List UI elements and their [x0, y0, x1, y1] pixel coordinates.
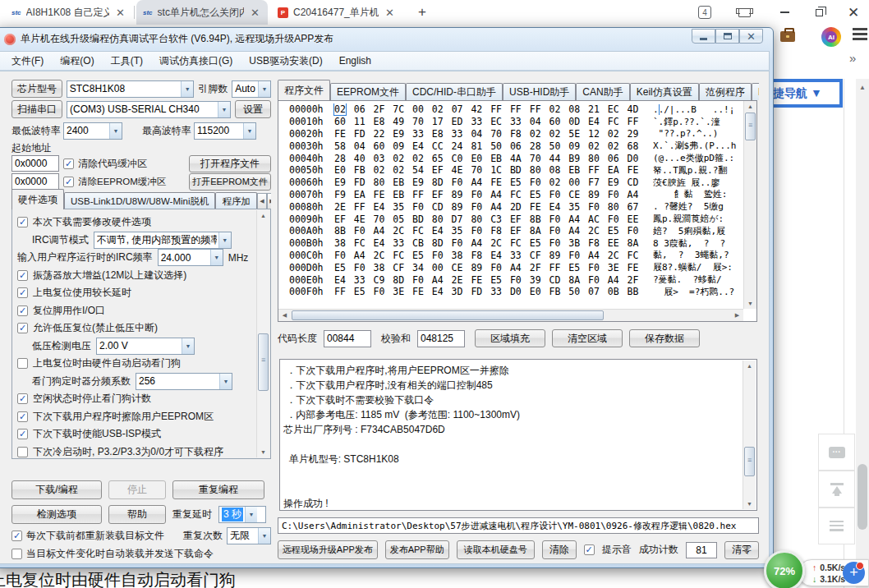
bookmarks-overflow-chevron[interactable]: » — [849, 51, 856, 65]
menu-item[interactable]: English — [331, 52, 379, 70]
hex-horizontal-scrollbar[interactable]: ◀ ▶ — [278, 309, 743, 321]
min-baud-dropdown[interactable]: 2400 ▼ — [63, 122, 122, 140]
dropdown[interactable]: 不调节, 使用内部预置的频率▼ — [94, 232, 232, 249]
menu-item[interactable]: 工具(T) — [103, 52, 151, 70]
close-tab-icon[interactable]: ✕ — [249, 7, 261, 19]
tab-right-4[interactable]: CAN助手 — [576, 83, 629, 100]
eeprom-start-address-input[interactable]: 0x0000 — [11, 173, 59, 190]
scroll-up-icon[interactable]: ▲ — [743, 363, 756, 369]
theme-shirt-icon[interactable] — [738, 8, 751, 17]
browser-minimize-button[interactable] — [769, 0, 800, 25]
close-tab-icon[interactable]: ✕ — [114, 7, 126, 19]
com-port-dropdown[interactable]: (COM3) USB-SERIAL CH340 ▼ — [67, 101, 231, 118]
dropdown[interactable]: 2.00 V▼ — [96, 338, 195, 355]
chip-type-button[interactable]: 芯片型号 — [11, 80, 62, 98]
checkbox[interactable]: ✓ — [17, 429, 28, 439]
memory-usage-ball[interactable]: 72% — [764, 550, 805, 588]
checkbox[interactable]: ✓ — [17, 217, 28, 227]
browser-tab-3[interactable]: P C20416477_单片机(MCU-MP ✕ — [271, 0, 402, 25]
tab-left-2[interactable]: 程序加 — [215, 192, 257, 209]
checkbox[interactable]: ✓ — [17, 411, 28, 422]
scroll-down-icon[interactable]: ▼ — [744, 301, 756, 306]
dropdown[interactable]: 256▼ — [136, 373, 232, 390]
tab-count-badge[interactable]: 4 — [698, 6, 711, 19]
clear-region-button[interactable]: 清空区域 — [552, 329, 623, 347]
reset-count-button[interactable]: 清零 — [724, 541, 759, 559]
repeat-count-dropdown[interactable]: 无限 ▼ — [227, 527, 271, 544]
remote-publish-button[interactable]: 远程现场升级APP发布 — [278, 540, 378, 559]
sound-checkbox[interactable]: ✓ — [584, 544, 595, 555]
new-tab-button[interactable]: + — [412, 2, 432, 22]
menu-item[interactable]: 编程(O) — [52, 52, 102, 70]
menu-hamburger-icon[interactable] — [853, 28, 867, 41]
clear-code-checkbox[interactable]: ✓ — [63, 158, 74, 169]
check-options-button[interactable]: 检测选项 — [11, 505, 102, 524]
tab-right-3[interactable]: USB-HID助手 — [503, 83, 576, 100]
app-help-button[interactable]: 发布APP帮助 — [385, 540, 449, 559]
checkbox[interactable]: ✓ — [17, 287, 28, 298]
fill-region-button[interactable]: 区域填充 — [475, 329, 545, 347]
save-data-button[interactable]: 保存数据 — [629, 329, 700, 347]
scrollbar-thumb[interactable] — [292, 310, 604, 320]
scroll-left-icon[interactable]: ◀ — [278, 310, 291, 321]
tab-right-6[interactable]: 范例程序 — [699, 83, 752, 100]
pin-count-dropdown[interactable]: Auto ▼ — [232, 80, 271, 98]
stop-button[interactable]: 停止 — [108, 480, 166, 499]
menu-item[interactable]: 调试仿真接口(G) — [151, 52, 241, 70]
log-scrollbar[interactable]: ▲ ▼ — [743, 361, 756, 509]
maximize-button[interactable] — [715, 29, 739, 44]
scrollbar-thumb[interactable] — [258, 333, 269, 391]
browser-tab-2[interactable]: stc stc单片机怎么关闭内部时钟源 ✕ — [136, 0, 268, 25]
tab-right-1[interactable]: EEPROM文件 — [330, 83, 406, 100]
tab-program-file[interactable]: 程序文件 — [278, 80, 330, 100]
scrollbar-thumb[interactable] — [744, 447, 755, 476]
read-hdd-button[interactable]: 读取本机硬盘号 — [457, 540, 535, 559]
scroll-up-icon[interactable]: ▲ — [744, 103, 756, 109]
quick-nav-box[interactable]: 捷导航 ▼ — [767, 79, 843, 108]
checkbox[interactable]: ✓ — [17, 270, 28, 281]
back-to-top-button[interactable] — [818, 471, 855, 508]
download-program-button[interactable]: 下载/编程 — [11, 480, 102, 499]
checkbox[interactable]: ✓ — [17, 393, 28, 404]
tab-hardware-options[interactable]: 硬件选项 — [11, 189, 64, 209]
browser-tab-1[interactable]: stc AI8H1K08 自己定义的内部时 ✕ — [5, 0, 133, 25]
scan-port-button[interactable]: 扫描串口 — [11, 100, 62, 118]
accelerate-plus-button[interactable]: + — [843, 562, 865, 584]
menu-item[interactable]: 文件(F) — [3, 52, 52, 70]
max-baud-dropdown[interactable]: 115200 ▼ — [194, 122, 256, 140]
tab-right-2[interactable]: CDC/HID-串口助手 — [406, 83, 503, 100]
reload-target-checkbox[interactable]: ✓ — [11, 531, 22, 541]
scroll-up-icon[interactable]: ▲ — [856, 84, 869, 91]
checkbox[interactable]: ✓ — [17, 323, 28, 333]
code-start-address-input[interactable]: 0x0000 — [11, 155, 59, 172]
chip-model-dropdown[interactable]: STC8H1K08 ▼ — [67, 80, 194, 98]
list-button[interactable] — [818, 508, 855, 544]
open-program-file-button[interactable]: 打开程序文件 — [189, 155, 271, 172]
autoload-checkbox[interactable] — [11, 549, 22, 559]
repeat-program-button[interactable]: 重复编程 — [172, 480, 264, 499]
tab-right-7[interactable]: I/O口配置 — [752, 83, 759, 100]
browser-restore-button[interactable] — [803, 0, 835, 25]
scrollbar-thumb[interactable] — [858, 464, 867, 530]
title-bar[interactable]: 单片机在线升级编程仿真调试平台软件 (V6.94P), 远程现场升级APP发布 — [0, 28, 773, 50]
scroll-up-icon[interactable]: ▲ — [257, 213, 269, 218]
briefcase-icon[interactable] — [780, 31, 795, 42]
menu-item[interactable]: USB驱动安装(D) — [241, 52, 330, 70]
scroll-down-icon[interactable]: ▼ — [257, 449, 269, 455]
help-button[interactable]: 帮助 — [108, 505, 166, 524]
log-output[interactable]: ▲ ▼ ．下次下载用户程序时,将用户EEPROM区一并擦除 ．下次下载用户程序时… — [279, 359, 757, 511]
tab-left-1[interactable]: USB-Link1D/U8W/U8W-Mini脱机 — [64, 192, 215, 209]
close-tab-icon[interactable]: ✕ — [384, 7, 396, 19]
clear-eeprom-checkbox[interactable]: ✓ — [63, 177, 74, 187]
scroll-right-icon[interactable]: ▶ — [267, 193, 271, 209]
clear-log-button[interactable]: 清除 — [542, 540, 577, 559]
open-eeprom-file-button[interactable]: 打开EEPROM文件 — [189, 173, 271, 191]
browser-close-button[interactable]: ✕ — [838, 0, 869, 25]
checkbox[interactable]: ✓ — [17, 305, 28, 316]
scroll-down-icon[interactable]: ▼ — [743, 501, 756, 507]
hex-viewer[interactable]: 00000h02 06 2F 7C 00 02 07 42 FF FF FF 0… — [278, 100, 757, 322]
hex-vertical-scrollbar[interactable]: ▲ ▼ — [743, 101, 756, 309]
options-scrollbar[interactable]: ▲ ▼ — [256, 210, 269, 457]
minimize-button[interactable] — [692, 29, 715, 44]
scrollbar-thumb[interactable] — [745, 113, 756, 140]
